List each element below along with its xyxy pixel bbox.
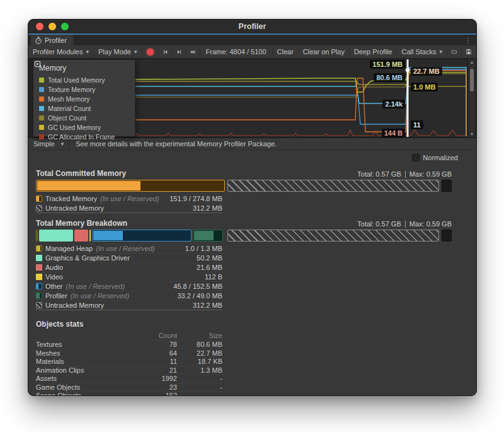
breakdown-untracked-hatch bbox=[227, 230, 439, 242]
memory-module-panel: Memory Total Used MemoryTexture MemoryMe… bbox=[33, 59, 135, 137]
breakdown-segment bbox=[36, 230, 38, 242]
scrollbar-thumb[interactable] bbox=[470, 69, 474, 91]
series-color-swatch bbox=[39, 125, 44, 130]
committed-totals: Total: 0.57 GB Max: 0.59 GB bbox=[357, 170, 452, 178]
object-count: 64 bbox=[140, 349, 177, 357]
memory-details: Normalized Total Committed Memory Total:… bbox=[28, 152, 476, 396]
memory-legend-row: Video 112 B bbox=[36, 272, 222, 282]
module-legend-item[interactable]: GC Used Memory bbox=[33, 122, 135, 132]
tab-overflow-menu-icon[interactable]: ⋮ bbox=[464, 37, 471, 45]
committed-max: Max: 0.59 GB bbox=[410, 170, 452, 178]
current-frame-button[interactable] bbox=[186, 45, 200, 58]
chart-value-callout: 11 bbox=[411, 120, 423, 129]
chart-scrollbar[interactable]: ▲ ▼ bbox=[468, 59, 476, 137]
object-count: 1992 bbox=[140, 375, 177, 382]
memory-legend-row: Other (In use / Reserved) 45.8 / 152.5 M… bbox=[36, 282, 222, 291]
legend-sublabel: (In use / Reserved) bbox=[66, 283, 125, 290]
tab-profiler[interactable]: Profiler bbox=[31, 35, 73, 45]
object-name: Assets bbox=[36, 375, 140, 382]
memory-module-header[interactable]: Memory bbox=[33, 60, 135, 75]
objects-table-row: Animation Clips 21 1.3 MB bbox=[36, 366, 222, 375]
objects-table-body: Textures 78 80.6 MB Meshes 64 22.7 MB Ma… bbox=[36, 340, 222, 396]
memory-legend-row: Graphics & Graphics Driver 50.2 MB bbox=[36, 254, 222, 263]
legend-value: 45.8 / 152.5 MB bbox=[173, 283, 222, 290]
record-icon bbox=[147, 49, 154, 55]
series-label: Mesh Memory bbox=[48, 95, 90, 103]
series-color-swatch bbox=[39, 96, 44, 102]
record-button[interactable] bbox=[142, 45, 159, 58]
play-mode-dropdown[interactable]: Play Mode ▾ bbox=[94, 45, 142, 58]
legend-value: 312.2 MB bbox=[193, 301, 222, 309]
object-count: 11 bbox=[140, 358, 177, 365]
object-size: - bbox=[177, 392, 222, 396]
object-name: Game Objects bbox=[36, 383, 140, 391]
breakdown-segment bbox=[39, 230, 73, 242]
profiler-modules-dropdown[interactable]: Profiler Modules ▾ bbox=[28, 45, 94, 58]
titlebar[interactable]: Profiler bbox=[28, 20, 476, 33]
breakdown-segment bbox=[89, 230, 91, 242]
save-floppy-icon bbox=[466, 48, 471, 55]
help-button[interactable]: ? bbox=[476, 45, 477, 58]
object-name: Scene Objects bbox=[36, 392, 140, 396]
object-size: - bbox=[177, 383, 222, 391]
module-legend-item[interactable]: Mesh Memory bbox=[33, 94, 135, 103]
call-stacks-dropdown[interactable]: Call Stacks ▾ bbox=[397, 45, 447, 58]
legend-swatch bbox=[36, 196, 42, 202]
legend-value: 21.6 MB bbox=[197, 264, 222, 271]
scroll-up-icon[interactable]: ▲ bbox=[469, 60, 475, 64]
series-color-swatch bbox=[39, 78, 44, 83]
deep-profile-button[interactable]: Deep Profile bbox=[350, 45, 398, 58]
module-legend-item[interactable]: GC Allocated In Frame bbox=[33, 132, 135, 141]
legend-sublabel: (In use / Reserved) bbox=[71, 292, 130, 300]
objects-table-row: Assets 1992 - bbox=[36, 374, 222, 383]
breakdown-totals: Total: 0.57 GB Max: 0.59 GB bbox=[357, 220, 452, 228]
previous-frame-button[interactable] bbox=[159, 45, 173, 58]
window-title: Profiler bbox=[239, 22, 266, 31]
frame-counter: Frame: 4804 / 5100 bbox=[200, 45, 273, 58]
committed-legend: Tracked Memory (In use / Reserved) 151.9… bbox=[36, 194, 222, 213]
toolbar: Profiler Modules ▾ Play Mode ▾ Frame: 48… bbox=[28, 45, 476, 59]
traffic-lights bbox=[36, 23, 69, 30]
chart-value-callout: 151.9 MB bbox=[370, 60, 405, 69]
legend-value: 151.9 / 274.8 MB bbox=[169, 195, 222, 202]
series-color-swatch bbox=[39, 115, 44, 120]
skip-to-last-icon bbox=[191, 49, 195, 55]
objects-table-row: Scene Objects 152 - bbox=[36, 391, 222, 396]
objects-size-column: Size bbox=[177, 332, 222, 339]
breakdown-header: Total Memory Breakdown Total: 0.57 GB Ma… bbox=[36, 218, 452, 228]
module-legend-item[interactable]: Object Count bbox=[33, 113, 135, 122]
tab-bar: Profiler ⋮ bbox=[28, 33, 476, 45]
memory-legend-row: Untracked Memory 312.2 MB bbox=[36, 301, 222, 310]
load-profile-button[interactable] bbox=[447, 45, 462, 58]
module-legend-item[interactable]: Total Used Memory bbox=[33, 75, 135, 85]
committed-end-box bbox=[442, 180, 452, 192]
clear-button[interactable]: Clear bbox=[273, 45, 299, 58]
objects-table-header: Count Size bbox=[36, 330, 222, 340]
scroll-down-icon[interactable]: ▼ bbox=[469, 132, 475, 136]
breakdown-end-box bbox=[442, 230, 452, 242]
close-traffic-light-icon[interactable] bbox=[36, 23, 43, 30]
next-frame-button[interactable] bbox=[173, 45, 186, 58]
object-size: 22.7 MB bbox=[177, 349, 222, 357]
chart-area[interactable]: Memory Total Used MemoryTexture MemoryMe… bbox=[32, 59, 467, 137]
legend-label: Profiler bbox=[45, 292, 67, 300]
objects-table-row: Materials 11 18.7 KB bbox=[36, 357, 222, 366]
play-mode-label: Play Mode bbox=[98, 48, 131, 55]
module-legend-item[interactable]: Texture Memory bbox=[33, 85, 135, 94]
module-legend-item[interactable]: Material Count bbox=[33, 103, 135, 113]
clear-on-play-button[interactable]: Clear on Play bbox=[299, 45, 350, 58]
objects-count-column: Count bbox=[140, 332, 177, 339]
legend-label: Graphics & Graphics Driver bbox=[45, 254, 130, 262]
legend-swatch bbox=[36, 264, 42, 271]
save-profile-button[interactable] bbox=[462, 45, 476, 58]
committed-total: Total: 0.57 GB bbox=[357, 170, 401, 178]
committed-tracked-bar bbox=[36, 180, 225, 192]
legend-label: Video bbox=[45, 273, 63, 281]
series-color-swatch bbox=[39, 106, 44, 111]
memory-legend-row: Tracked Memory (In use / Reserved) 151.9… bbox=[36, 194, 222, 204]
zoom-traffic-light-icon[interactable] bbox=[61, 23, 69, 30]
profiler-stopwatch-icon bbox=[35, 37, 42, 44]
minimize-traffic-light-icon[interactable] bbox=[49, 23, 56, 30]
normalized-checkbox[interactable] bbox=[412, 154, 420, 161]
memory-module-title: Memory bbox=[39, 64, 66, 73]
